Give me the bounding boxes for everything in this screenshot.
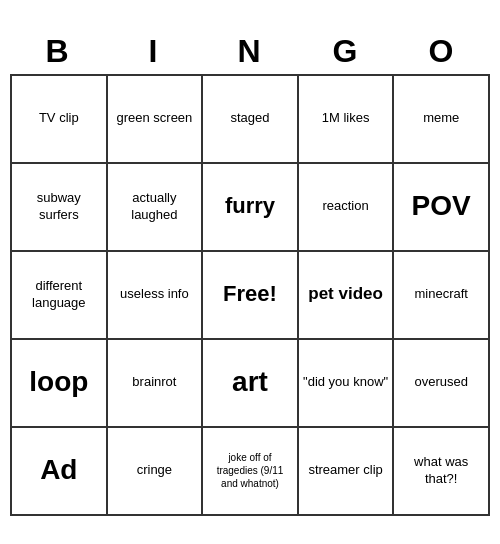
header-letter: O <box>394 29 490 74</box>
bingo-card: BINGO TV clipgreen screenstaged1M likesm… <box>10 29 490 516</box>
bingo-cell: POV <box>394 164 490 252</box>
bingo-cell: joke off of tragedies (9/11 and whatnot) <box>203 428 299 516</box>
bingo-cell: staged <box>203 76 299 164</box>
bingo-cell: TV clip <box>12 76 108 164</box>
bingo-cell: actually laughed <box>108 164 204 252</box>
bingo-cell: meme <box>394 76 490 164</box>
bingo-cell: reaction <box>299 164 395 252</box>
bingo-cell: Ad <box>12 428 108 516</box>
bingo-cell: pet video <box>299 252 395 340</box>
header-letter: N <box>202 29 298 74</box>
bingo-cell: brainrot <box>108 340 204 428</box>
bingo-grid: TV clipgreen screenstaged1M likesmemesub… <box>10 74 490 516</box>
bingo-cell: furry <box>203 164 299 252</box>
bingo-cell: subway surfers <box>12 164 108 252</box>
bingo-cell: overused <box>394 340 490 428</box>
bingo-cell: minecraft <box>394 252 490 340</box>
bingo-cell: what was that?! <box>394 428 490 516</box>
bingo-cell: different language <box>12 252 108 340</box>
bingo-cell: streamer clip <box>299 428 395 516</box>
bingo-cell: Free! <box>203 252 299 340</box>
header-letter: G <box>298 29 394 74</box>
bingo-header: BINGO <box>10 29 490 74</box>
header-letter: B <box>10 29 106 74</box>
bingo-cell: "did you know" <box>299 340 395 428</box>
bingo-cell: loop <box>12 340 108 428</box>
header-letter: I <box>106 29 202 74</box>
bingo-cell: green screen <box>108 76 204 164</box>
bingo-cell: art <box>203 340 299 428</box>
bingo-cell: 1M likes <box>299 76 395 164</box>
bingo-cell: useless info <box>108 252 204 340</box>
bingo-cell: cringe <box>108 428 204 516</box>
